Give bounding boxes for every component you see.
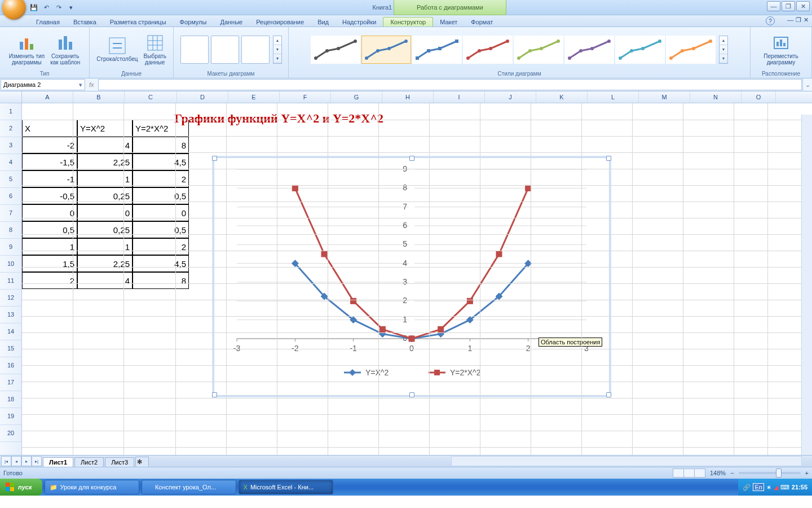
col-header-O[interactable]: O [742, 91, 776, 103]
sheet-nav-first[interactable]: |◂ [1, 456, 11, 466]
doc-minimize-button[interactable]: — [787, 16, 793, 24]
col-header-D[interactable]: D [177, 91, 228, 103]
taskbar-item-word[interactable]: WКонспект урока_Ол... [142, 480, 236, 494]
sheet-nav-last[interactable]: ▸| [32, 456, 42, 466]
switch-row-column-button[interactable]: Строка/столбец [95, 36, 139, 63]
row-header-20[interactable]: 20 [0, 425, 21, 442]
move-chart-button[interactable]: Переместить диаграмму [762, 33, 799, 67]
name-box[interactable]: Диаграмма 2▾ [1, 79, 85, 90]
layout-gallery-scroll[interactable]: ▴▾▾ [273, 36, 282, 64]
sheet-tab-2[interactable]: Лист2 [74, 457, 104, 467]
tab-insert[interactable]: Вставка [67, 17, 103, 27]
vertical-scrollbar[interactable] [801, 115, 812, 455]
sheet-tab-3[interactable]: Лист3 [105, 457, 134, 467]
zoom-in-button[interactable]: + [805, 470, 809, 476]
row-header-4[interactable]: 4 [0, 154, 21, 171]
chart-style-4[interactable] [463, 36, 513, 64]
chart-plot-area[interactable]: 0123456789-3-2-10123Y=X^2Y=2*X^2 [214, 158, 609, 395]
col-header-M[interactable]: M [639, 91, 690, 103]
row-header-9[interactable]: 9 [0, 239, 21, 256]
redo-icon[interactable]: ↷ [54, 3, 63, 12]
row-header-15[interactable]: 15 [0, 340, 21, 357]
row-header-7[interactable]: 7 [0, 205, 21, 222]
help-button[interactable]: ? [766, 16, 775, 25]
tray-lang-icon[interactable]: En [753, 483, 764, 491]
zoom-slider[interactable] [739, 472, 801, 474]
chart-style-5[interactable] [514, 36, 563, 64]
tab-page-layout[interactable]: Разметка страницы [103, 17, 173, 27]
maximize-button[interactable]: ❐ [782, 1, 795, 11]
tab-addins[interactable]: Надстройки [336, 17, 383, 27]
col-header-L[interactable]: L [588, 91, 639, 103]
col-header-C[interactable]: C [125, 91, 177, 103]
col-header-G[interactable]: G [331, 91, 382, 103]
select-all-corner[interactable] [0, 91, 22, 103]
formula-input[interactable] [98, 79, 802, 90]
chart-style-3[interactable] [412, 36, 462, 64]
cells-area[interactable]: Графики функций Y=X^2 и Y=2*X^2 XY=X^2Y=… [22, 103, 812, 455]
row-header-16[interactable]: 16 [0, 357, 21, 374]
taskbar-item-excel[interactable]: XMicrosoft Excel - Кни... [239, 480, 333, 494]
row-header-1[interactable]: 1 [0, 103, 21, 120]
row-header-12[interactable]: 12 [0, 290, 21, 306]
tab-home[interactable]: Главная [29, 17, 67, 27]
start-button[interactable]: пуск [0, 479, 42, 496]
close-button[interactable]: ✕ [796, 1, 810, 11]
row-header-11[interactable]: 11 [0, 273, 21, 290]
row-header-18[interactable]: 18 [0, 391, 21, 408]
col-header-N[interactable]: N [690, 91, 742, 103]
tray-antivirus-icon[interactable]: ◢ [774, 484, 778, 491]
fx-icon[interactable]: fx [89, 81, 94, 88]
chart-object[interactable]: 0123456789-3-2-10123Y=X^2Y=2*X^2 Область… [214, 157, 610, 396]
chart-style-6[interactable] [564, 36, 614, 64]
row-header-14[interactable]: 14 [0, 323, 21, 340]
tab-formulas[interactable]: Формулы [173, 17, 214, 27]
chart-style-8[interactable] [666, 36, 716, 64]
row-header-10[interactable]: 10 [0, 256, 21, 273]
row-header-13[interactable]: 13 [0, 306, 21, 323]
save-as-template-button[interactable]: Сохранить как шаблон [49, 33, 81, 67]
chart-handle-nw[interactable] [212, 156, 217, 161]
zoom-out-button[interactable]: − [730, 470, 734, 476]
row-header-6[interactable]: 6 [0, 188, 21, 205]
col-header-A[interactable]: A [22, 91, 73, 103]
zoom-level[interactable]: 148% [710, 470, 726, 476]
row-header-19[interactable]: 19 [0, 408, 21, 425]
tab-layout[interactable]: Макет [433, 17, 464, 27]
qat-customize-icon[interactable]: ▾ [67, 3, 76, 12]
save-icon[interactable]: 💾 [29, 3, 38, 12]
chart-handle-sw[interactable] [212, 392, 217, 397]
view-normal[interactable] [673, 469, 684, 477]
view-page-break[interactable] [695, 469, 705, 477]
row-header-5[interactable]: 5 [0, 171, 21, 188]
chart-layout-3[interactable] [241, 36, 270, 64]
change-chart-type-button[interactable]: Изменить тип диаграммы [8, 33, 46, 67]
col-header-E[interactable]: E [228, 91, 280, 103]
doc-restore-button[interactable]: ❐ [796, 16, 801, 24]
sheet-tab-new[interactable]: ✻ [135, 457, 149, 467]
sheet-nav-next[interactable]: ▸ [21, 456, 32, 466]
col-header-B[interactable]: B [73, 91, 125, 103]
chart-layout-2[interactable] [211, 36, 239, 64]
tray-clock[interactable]: 21:55 [792, 484, 807, 491]
chart-handle-se[interactable] [606, 392, 611, 397]
row-header-8[interactable]: 8 [0, 222, 21, 239]
tray-icon[interactable]: 🔗 [743, 484, 751, 491]
select-data-button[interactable]: Выбрать данные [143, 33, 167, 67]
tray-bluetooth-icon[interactable]: ∗ [766, 484, 771, 491]
taskbar-item-folder[interactable]: 📁Уроки для конкурса [45, 480, 139, 494]
tab-format[interactable]: Формат [464, 17, 500, 27]
col-header-I[interactable]: I [434, 91, 485, 103]
doc-close-button[interactable]: ✕ [804, 16, 809, 24]
col-header-H[interactable]: H [382, 91, 434, 103]
tray-keyboard-icon[interactable]: ⌨ [780, 484, 789, 491]
formula-bar-expand[interactable]: ⌄ [802, 78, 812, 91]
col-header-F[interactable]: F [280, 91, 331, 103]
horizontal-scrollbar[interactable] [451, 456, 802, 466]
row-header-17[interactable]: 17 [0, 374, 21, 391]
chart-handle-s[interactable] [409, 392, 414, 397]
col-header-J[interactable]: J [485, 91, 536, 103]
chart-style-1[interactable] [311, 36, 360, 64]
tab-design[interactable]: Конструктор [383, 17, 433, 27]
undo-icon[interactable]: ↶ [42, 3, 51, 12]
